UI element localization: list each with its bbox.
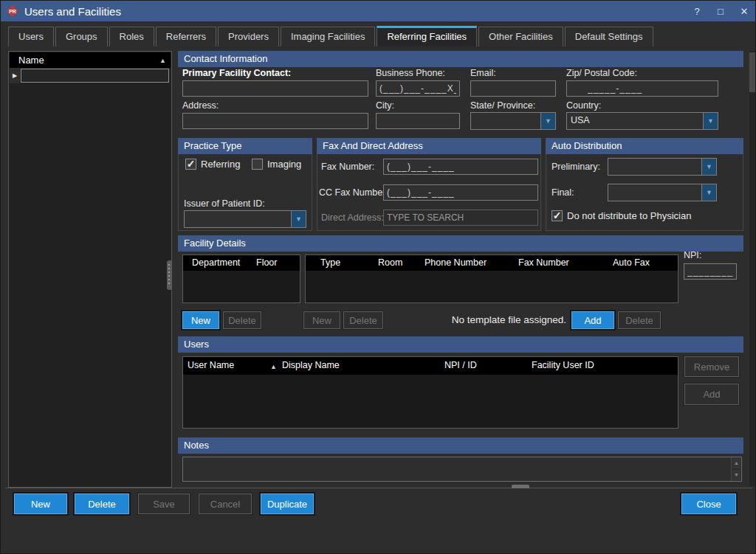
direct-address-input[interactable]	[383, 210, 538, 226]
country-combobox[interactable]: USA ▼	[566, 112, 718, 130]
zip-postal-code-input[interactable]	[566, 80, 718, 97]
footer-bar: New Delete Save Cancel Duplicate Close	[1, 488, 756, 554]
final-combobox[interactable]: ▼	[608, 184, 717, 201]
imaging-checkbox[interactable]: Imaging	[252, 159, 301, 170]
tab-referrers[interactable]: Referrers	[156, 27, 216, 46]
maximize-icon[interactable]: □	[714, 6, 727, 17]
unchecked-box	[252, 159, 263, 170]
state-province-combobox[interactable]: ▼	[470, 112, 556, 130]
cc-fax-number-input[interactable]	[383, 184, 538, 201]
help-icon[interactable]: ?	[690, 6, 704, 17]
scroll-down-icon[interactable]: ▼	[732, 470, 740, 480]
check-icon: ✓	[551, 210, 563, 221]
department-grid[interactable]: Department Floor	[182, 255, 300, 303]
notes-textarea[interactable]: ▲ ▼	[182, 457, 742, 482]
direct-address-label: Direct Address:	[321, 212, 384, 223]
auto-distribution-header: Auto Distribution	[546, 138, 743, 154]
facility-user-id-column-header[interactable]: Facility User ID	[532, 360, 594, 370]
notes-scrollbar[interactable]: ▲ ▼	[731, 457, 741, 481]
facility-list-panel: Name ▲ ▶	[8, 51, 172, 488]
tab-groups[interactable]: Groups	[55, 27, 108, 46]
chevron-down-icon[interactable]: ▼	[701, 184, 716, 201]
users-add-button[interactable]: Add	[684, 384, 739, 405]
display-name-column-header[interactable]: Display Name	[282, 360, 340, 370]
room-delete-button[interactable]: Delete	[343, 311, 383, 329]
chevron-down-icon[interactable]: ▼	[291, 211, 306, 227]
chevron-down-icon[interactable]: ▼	[701, 159, 716, 175]
referring-checkbox-label: Referring	[201, 159, 240, 170]
facility-name-edit-cell[interactable]	[21, 69, 169, 83]
user-name-column-header[interactable]: User Name	[188, 360, 234, 370]
scroll-up-icon[interactable]: ▲	[732, 458, 740, 468]
type-column-header[interactable]: Type	[320, 257, 340, 268]
close-icon[interactable]: ✕	[738, 6, 751, 17]
state-province-value	[471, 113, 540, 129]
phone-number-column-header[interactable]: Phone Number	[425, 257, 487, 268]
department-column-header[interactable]: Department	[192, 257, 240, 268]
chevron-down-icon[interactable]: ▼	[703, 113, 718, 129]
issuer-of-patient-id-value	[185, 211, 291, 227]
users-and-facilities-window: PR Users and Facilities ? □ ✕ Users Grou…	[0, 0, 756, 554]
email-input[interactable]	[470, 80, 556, 97]
scrollbar-thumb[interactable]	[749, 52, 755, 92]
facility-list-row[interactable]: ▶	[10, 68, 171, 83]
footer-save-button[interactable]: Save	[138, 494, 190, 514]
template-add-button[interactable]: Add	[571, 311, 614, 329]
issuer-of-patient-id-combobox[interactable]: ▼	[184, 210, 306, 228]
tab-imaging-facilities[interactable]: Imaging Facilities	[281, 27, 375, 46]
address-label: Address:	[182, 100, 219, 111]
imaging-checkbox-label: Imaging	[267, 159, 301, 170]
footer-cancel-button[interactable]: Cancel	[199, 494, 252, 514]
tab-providers[interactable]: Providers	[218, 27, 279, 46]
business-phone-input[interactable]	[376, 80, 460, 97]
notes-header: Notes	[178, 437, 743, 454]
city-input[interactable]	[376, 113, 460, 129]
content-vertical-scrollbar[interactable]	[749, 51, 755, 486]
department-delete-button[interactable]: Delete	[223, 311, 261, 329]
primary-facility-contact-label: Primary Facility Contact:	[182, 68, 291, 78]
rooms-grid[interactable]: Type Room Phone Number Fax Number Auto F…	[305, 255, 678, 303]
tab-referring-facilities[interactable]: Referring Facilities	[377, 26, 477, 46]
footer-duplicate-button[interactable]: Duplicate	[261, 494, 314, 514]
footer-new-button[interactable]: New	[14, 494, 67, 514]
template-status-text: No template file assigned.	[444, 314, 566, 325]
users-remove-button[interactable]: Remove	[684, 356, 739, 377]
footer-delete-button[interactable]: Delete	[75, 494, 129, 514]
window-titlebar: PR Users and Facilities ? □ ✕	[1, 1, 756, 21]
npi-input[interactable]	[684, 263, 737, 280]
check-icon: ✓	[185, 159, 196, 170]
users-grid[interactable]: User Name ▲ Display Name NPI / ID Facili…	[182, 356, 678, 429]
tab-default-settings[interactable]: Default Settings	[565, 27, 653, 46]
tab-roles[interactable]: Roles	[109, 27, 154, 46]
final-label: Final:	[551, 187, 574, 198]
footer-close-button[interactable]: Close	[681, 494, 736, 514]
auto-fax-column-header[interactable]: Auto Fax	[613, 257, 650, 268]
floor-column-header[interactable]: Floor	[256, 257, 277, 268]
final-value	[608, 184, 701, 201]
users-grid-header: User Name ▲ Display Name NPI / ID Facili…	[183, 357, 678, 375]
fax-number-column-header[interactable]: Fax Number	[518, 257, 569, 268]
npi-id-column-header[interactable]: NPI / ID	[444, 360, 477, 370]
tab-other-facilities[interactable]: Other Facilities	[478, 27, 563, 46]
row-marker-icon: ▶	[10, 68, 20, 83]
vertical-splitter-grip[interactable]	[167, 260, 172, 290]
cc-fax-number-label: CC Fax Number:	[319, 187, 388, 198]
tab-users[interactable]: Users	[8, 27, 54, 46]
preliminary-combobox[interactable]: ▼	[608, 158, 717, 176]
contact-information-header: Contact Information	[178, 51, 743, 67]
state-province-label: State/ Province:	[470, 100, 535, 111]
template-delete-button[interactable]: Delete	[618, 311, 661, 329]
department-new-button[interactable]: New	[182, 311, 219, 329]
facility-list-name-column-header[interactable]: Name ▲	[10, 52, 171, 68]
room-new-button[interactable]: New	[303, 311, 340, 329]
referring-checkbox[interactable]: ✓ Referring	[185, 159, 240, 170]
fax-number-input[interactable]	[383, 159, 538, 175]
address-input[interactable]	[182, 113, 368, 129]
chevron-down-icon[interactable]: ▼	[540, 113, 555, 129]
do-not-distribute-checkbox[interactable]: ✓ Do not distribute to Physician	[551, 210, 691, 221]
room-column-header[interactable]: Room	[378, 257, 402, 268]
primary-facility-contact-input[interactable]	[182, 80, 368, 97]
facility-details-header: Facility Details	[178, 235, 743, 252]
practice-type-header: Practice Type	[178, 138, 312, 154]
users-header: Users	[178, 336, 743, 353]
